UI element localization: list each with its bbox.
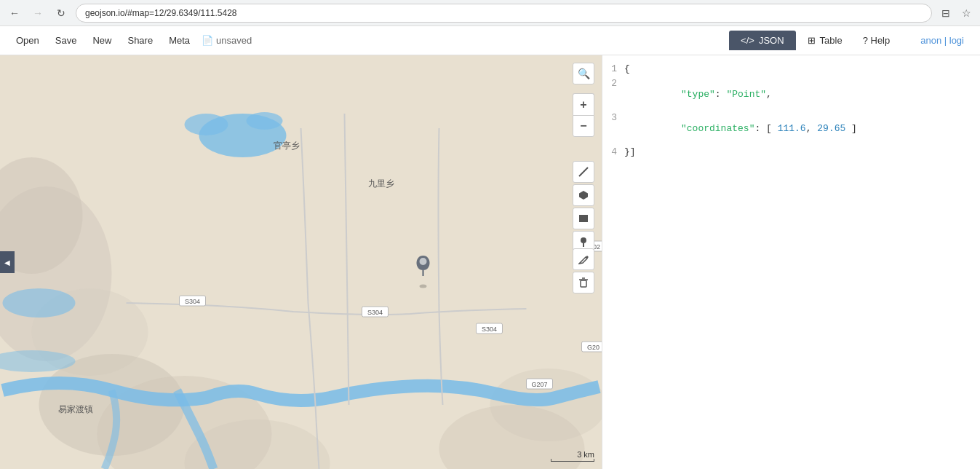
- save-button[interactable]: Save: [48, 32, 84, 49]
- refresh-button[interactable]: ↻: [52, 4, 70, 22]
- svg-point-37: [581, 237, 586, 243]
- open-button[interactable]: Open: [9, 32, 47, 49]
- tab-json[interactable]: </> JSON: [729, 31, 795, 50]
- toolbar-right: </> JSON ⊞ Table ? Help anon | logi: [729, 31, 971, 50]
- map-area[interactable]: S304 S304 S304 S302 G207 G207 G20 官亭乡 九里…: [0, 55, 602, 469]
- user-area[interactable]: anon | logi: [913, 35, 971, 46]
- svg-text:易家渡镇: 易家渡镇: [58, 404, 93, 414]
- pin-icon: [578, 236, 589, 248]
- meta-button[interactable]: Meta: [162, 32, 197, 49]
- draw-polygon-button[interactable]: [573, 184, 594, 206]
- doc-icon: 📄: [202, 35, 213, 46]
- map-svg: S304 S304 S304 S302 G207 G207 G20 官亭乡 九里…: [0, 55, 602, 469]
- square-icon: [578, 213, 589, 224]
- map-zoom-controls: + −: [573, 93, 594, 137]
- cast-button[interactable]: ⊟: [938, 5, 954, 21]
- zoom-out-button[interactable]: −: [573, 115, 594, 137]
- map-scale: 3 km: [551, 450, 594, 462]
- code-icon: </>: [741, 35, 754, 46]
- svg-point-11: [247, 112, 283, 130]
- table-icon: ⊞: [808, 35, 816, 46]
- svg-point-10: [185, 114, 228, 135]
- scale-bar: [551, 459, 594, 462]
- code-line-3: 3 "coordinates": [ 111.6, 29.65 ]: [602, 111, 980, 146]
- address-bar[interactable]: [76, 4, 932, 23]
- hexagon-icon: [578, 189, 589, 201]
- edit-button[interactable]: [573, 248, 594, 270]
- edit-icon: [578, 254, 589, 264]
- zoom-in-button[interactable]: +: [573, 93, 594, 115]
- svg-text:G20: G20: [587, 344, 599, 351]
- tab-help[interactable]: ? Help: [854, 31, 899, 50]
- right-panel: 1 { 2 "type": "Point", 3 "coordinates": …: [602, 55, 980, 469]
- map-search-button[interactable]: 🔍: [573, 63, 594, 84]
- svg-text:S304: S304: [367, 309, 383, 316]
- tab-table[interactable]: ⊞ Table: [796, 31, 854, 50]
- browser-icons: ⊟ ☆: [938, 5, 974, 21]
- trash-icon: [578, 277, 589, 288]
- pencil-icon: [578, 166, 589, 178]
- draw-line-button[interactable]: [573, 161, 594, 183]
- json-editor[interactable]: 1 { 2 "type": "Point", 3 "coordinates": …: [602, 55, 980, 469]
- code-line-1: 1 {: [602, 63, 980, 77]
- svg-text:G207: G207: [531, 381, 547, 388]
- svg-rect-38: [581, 280, 586, 287]
- map-search-controls: 🔍: [573, 63, 594, 84]
- unsaved-status: 📄 unsaved: [202, 35, 252, 46]
- svg-marker-35: [579, 191, 588, 200]
- svg-text:S304: S304: [185, 298, 200, 305]
- svg-line-34: [579, 168, 588, 176]
- svg-text:九里乡: 九里乡: [368, 178, 394, 189]
- code-line-2: 2 "type": "Point",: [602, 77, 980, 111]
- bookmark-button[interactable]: ☆: [958, 5, 974, 21]
- svg-text:S304: S304: [482, 326, 497, 333]
- collapse-panel-button[interactable]: ◀: [0, 251, 15, 273]
- app-toolbar: Open Save New Share Meta 📄 unsaved </> J…: [0, 26, 980, 55]
- forward-button[interactable]: →: [29, 4, 47, 22]
- share-button[interactable]: Share: [120, 32, 160, 49]
- svg-rect-36: [579, 215, 588, 222]
- code-line-4: 4 }]: [602, 146, 980, 160]
- svg-text:官亭乡: 官亭乡: [274, 141, 300, 151]
- map-draw-controls: [573, 161, 594, 253]
- delete-button[interactable]: [573, 272, 594, 293]
- browser-chrome: ← → ↻ ⊟ ☆: [0, 0, 980, 26]
- map-action-controls: [573, 248, 594, 293]
- svg-point-33: [420, 258, 427, 265]
- draw-rectangle-button[interactable]: [573, 208, 594, 229]
- new-button[interactable]: New: [85, 32, 119, 49]
- back-button[interactable]: ←: [6, 4, 23, 22]
- main-content: S304 S304 S304 S302 G207 G207 G20 官亭乡 九里…: [0, 55, 980, 469]
- svg-point-32: [420, 285, 427, 288]
